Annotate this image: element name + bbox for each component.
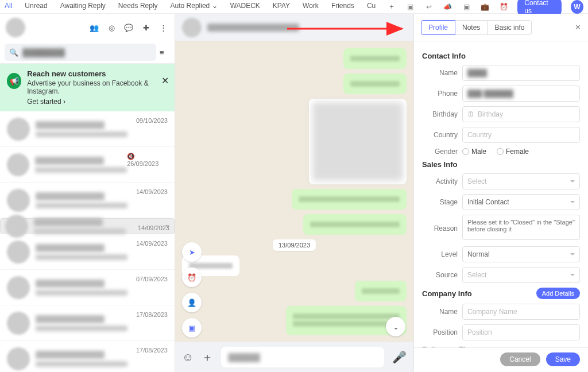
- promo-close-icon[interactable]: ✕: [161, 75, 169, 86]
- scroll-down-button[interactable]: ⌄: [386, 317, 405, 336]
- tab-auto[interactable]: Auto Replied ⌄: [171, 2, 218, 11]
- promo-title: Reach new customers: [27, 69, 168, 78]
- app-logo-icon[interactable]: W: [571, 0, 583, 14]
- add-details-button[interactable]: Add Details: [536, 288, 580, 299]
- save-button[interactable]: Save: [546, 352, 580, 366]
- reason-textarea[interactable]: [462, 215, 580, 240]
- promo-banner: 📢 Reach new customers Advertise your bus…: [0, 64, 175, 111]
- calendar-icon: 🗓: [467, 110, 474, 118]
- tab-notes[interactable]: Notes: [455, 20, 488, 35]
- tab-kpay[interactable]: KPAY: [273, 2, 290, 11]
- pointer-arrow-icon: [287, 22, 413, 36]
- chat-row[interactable]: 14/09/2023: [0, 218, 175, 234]
- tab-basic-info[interactable]: Basic info: [487, 20, 532, 35]
- quick-actions: ➤ ⏰ 👤 ▣: [182, 242, 202, 338]
- stage-select[interactable]: Initial Contact: [462, 194, 580, 210]
- tab-wadeck[interactable]: WADECK: [230, 2, 260, 11]
- section-sales-info: Sales Info: [422, 160, 580, 169]
- label-birthday: Birthday: [422, 110, 458, 118]
- conversation-header: [175, 14, 413, 41]
- chevron-down-icon: ⌄: [212, 2, 218, 10]
- birthday-input[interactable]: 🗓Birthday: [462, 106, 580, 122]
- community-icon[interactable]: 👥: [88, 24, 100, 32]
- chat-row[interactable]: 17/08/2023: [0, 305, 175, 341]
- attach-icon[interactable]: ＋: [202, 350, 213, 365]
- label-activity: Activity: [422, 177, 458, 185]
- message-out[interactable]: [292, 189, 407, 210]
- chat-row[interactable]: 🔇 26/09/2023: [0, 147, 175, 183]
- menu-icon[interactable]: ⋮: [157, 24, 169, 32]
- label-country: Country: [422, 131, 458, 139]
- contact-name: [207, 24, 299, 32]
- contact-card-icon[interactable]: ▣: [462, 2, 471, 12]
- section-company-info: Company Info: [422, 289, 472, 298]
- new-chat-icon[interactable]: ✚: [140, 24, 152, 32]
- close-panel-icon[interactable]: ✕: [575, 23, 581, 32]
- channel-icon[interactable]: 💬: [123, 24, 134, 32]
- panel-tabs: Profile Notes Basic info: [421, 20, 532, 35]
- assign-icon[interactable]: 👤: [182, 293, 202, 312]
- chat-sidebar: 👥 ◎ 💬 ✚ ⋮ 🔍 ████████ ≡ 📢 Reach new custo…: [0, 14, 175, 372]
- my-avatar[interactable]: [6, 18, 25, 37]
- briefcase-icon[interactable]: 💼: [480, 2, 490, 12]
- tab-work[interactable]: Work: [303, 2, 319, 11]
- label-source: Source: [422, 271, 458, 279]
- message-input[interactable]: ██████: [221, 347, 384, 367]
- mic-icon[interactable]: 🎤: [392, 350, 407, 364]
- top-nav: All Unread Awaiting Reply Needs Reply Au…: [0, 0, 588, 14]
- chat-row[interactable]: 09/10/2023: [0, 111, 175, 147]
- promo-cta[interactable]: Get started ›: [27, 98, 168, 106]
- promo-body: Advertise your business on Facebook & In…: [27, 79, 168, 95]
- search-input[interactable]: 🔍 ████████: [5, 44, 156, 61]
- country-input[interactable]: Country: [462, 127, 580, 143]
- label-stage: Stage: [422, 198, 458, 206]
- add-tab-button[interactable]: ＋: [388, 2, 395, 11]
- tab-profile[interactable]: Profile: [421, 20, 455, 35]
- tab-awaiting[interactable]: Awaiting Reply: [60, 2, 106, 11]
- chat-row[interactable]: 14/09/2023: [0, 234, 175, 270]
- label-company-name: Name: [422, 308, 458, 316]
- contact-avatar[interactable]: [182, 18, 202, 37]
- sidebar-header: 👥 ◎ 💬 ✚ ⋮: [0, 14, 175, 41]
- activity-select[interactable]: Select: [462, 173, 580, 189]
- tab-friends[interactable]: Friends: [331, 2, 354, 11]
- template-icon[interactable]: ▣: [182, 318, 202, 338]
- reply-icon[interactable]: ↩: [424, 2, 434, 12]
- reminder-icon[interactable]: ⏰: [182, 268, 202, 287]
- label-name: Name: [422, 69, 458, 77]
- broadcast-icon[interactable]: 📣: [443, 2, 452, 12]
- chat-row[interactable]: 14/09/2023: [0, 183, 175, 218]
- chat-list: 09/10/2023 🔇 26/09/2023 14/09/2023 14/09…: [0, 111, 175, 372]
- megaphone-icon: 📢: [7, 73, 21, 89]
- send-location-icon[interactable]: ➤: [182, 242, 202, 262]
- gender-male-radio[interactable]: Male: [462, 148, 486, 156]
- status-icon[interactable]: ◎: [106, 24, 117, 32]
- name-input[interactable]: ████: [462, 65, 580, 81]
- message-out[interactable]: [355, 281, 407, 301]
- message-out[interactable]: [343, 48, 407, 69]
- tab-needs[interactable]: Needs Reply: [118, 2, 158, 11]
- inbox-icon[interactable]: ▣: [405, 2, 415, 12]
- contact-panel: Profile Notes Basic info ✕ Contact Info …: [413, 14, 588, 372]
- source-select[interactable]: Select: [462, 267, 580, 283]
- message-out[interactable]: [343, 73, 407, 94]
- clock-icon[interactable]: ⏰: [499, 2, 509, 12]
- tab-all[interactable]: All: [5, 2, 12, 11]
- cancel-button[interactable]: Cancel: [500, 352, 540, 366]
- level-select[interactable]: Normal: [462, 246, 580, 262]
- tab-unread[interactable]: Unread: [25, 2, 47, 11]
- chat-row[interactable]: 07/09/2023: [0, 270, 175, 305]
- gender-female-radio[interactable]: Female: [497, 148, 529, 156]
- label-phone: Phone: [422, 90, 458, 98]
- filter-icon[interactable]: ≡: [160, 48, 170, 57]
- phone-input[interactable]: ███ ██████: [462, 86, 580, 102]
- tab-cu[interactable]: Cu: [367, 2, 376, 11]
- message-list[interactable]: 13/09/2023: [175, 41, 413, 342]
- company-name-input[interactable]: Company Name: [462, 304, 580, 320]
- message-image[interactable]: [309, 99, 407, 184]
- message-out[interactable]: [303, 214, 407, 235]
- chat-row[interactable]: 17/08/2023: [0, 341, 175, 372]
- label-reason: Reason: [422, 224, 458, 232]
- emoji-icon[interactable]: ☺: [182, 351, 194, 364]
- position-input[interactable]: Position: [462, 324, 580, 340]
